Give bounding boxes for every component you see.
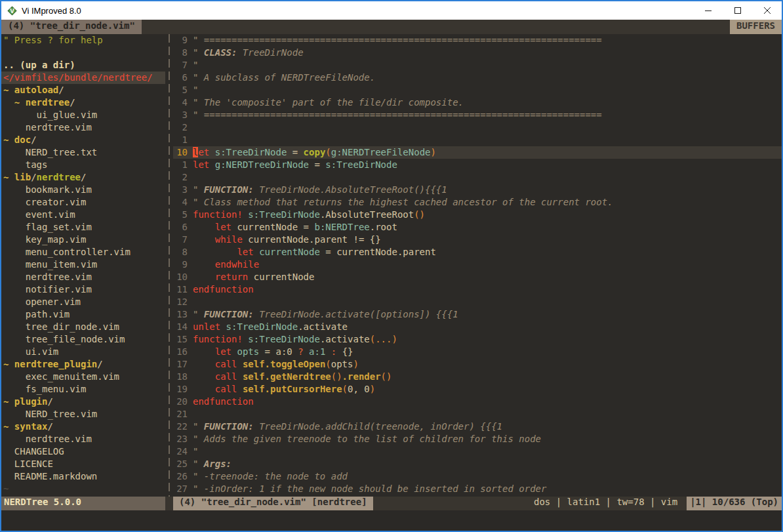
code-line[interactable]: 7" [173, 59, 782, 72]
code-line[interactable]: 18 call self.getNerdtree().render() [173, 371, 782, 383]
tree-row[interactable]: nerdtree.vim [3, 121, 165, 134]
tree-row[interactable]: exec_menuitem.vim [3, 371, 165, 383]
tree-row[interactable]: flag_set.vim [3, 221, 165, 234]
tree-row[interactable]: NERD_tree.vim [3, 408, 165, 420]
tree-row[interactable]: .. (up a dir) [3, 59, 165, 72]
code-line[interactable]: 17 call self.toggleOpen(opts) [173, 358, 782, 371]
code-line[interactable]: 27" -inOrder: 1 if the new node should b… [173, 483, 782, 495]
token: ~ nerdtree_plugin [3, 359, 97, 369]
tree-row[interactable]: opener.vim [3, 296, 165, 308]
close-button[interactable] [752, 1, 782, 20]
code-line[interactable]: 23" Adds the given treenode to the list … [173, 433, 782, 445]
tree-row[interactable]: menu_item.vim [3, 258, 165, 271]
window-separator[interactable] [165, 34, 173, 497]
code-line[interactable]: 25" Args: [173, 458, 782, 470]
code-line[interactable]: 1let g:NERDTreeDirNode = s:TreeDirNode [173, 159, 782, 171]
code-line[interactable]: 14unlet s:TreeDirNode.activate [173, 321, 782, 333]
code-line[interactable]: 24" [173, 445, 782, 458]
token: / [70, 97, 75, 108]
code-line[interactable]: 6" A subclass of NERDTreeFileNode. [173, 72, 782, 84]
tree-row[interactable]: nerdtree.vim [3, 433, 165, 445]
code-line[interactable]: 12 [173, 296, 782, 308]
code-line[interactable]: 3" FUNCTION: TreeDirNode.AbsoluteTreeRoo… [173, 184, 782, 196]
code-line[interactable]: 22" FUNCTION: TreeDirNode.addChild(treen… [173, 420, 782, 433]
code-line[interactable]: 10 return currentNode [173, 271, 782, 283]
code-line[interactable]: 13" FUNCTION: TreeDirNode.activate([opti… [173, 308, 782, 321]
token [3, 97, 14, 108]
tree-row[interactable]: README.markdown [3, 470, 165, 483]
token: opts [237, 346, 259, 357]
code-line[interactable]: 9" =====================================… [173, 34, 782, 47]
tree-row[interactable]: bookmark.vim [3, 184, 165, 196]
code-line[interactable]: 21 [173, 408, 782, 420]
code-text: " Args: [193, 458, 231, 470]
tree-row[interactable]: fs_menu.vim [3, 383, 165, 396]
tree-row[interactable]: event.vim [3, 209, 165, 221]
tree-row[interactable]: ui_glue.vim [3, 109, 165, 121]
tree-row[interactable]: path.vim [3, 308, 165, 321]
code-line[interactable]: 26" -treenode: the node to add [173, 470, 782, 483]
code-line[interactable]: 8" CLASS: TreeDirNode [173, 47, 782, 59]
maximize-button[interactable] [723, 1, 752, 20]
code-line[interactable]: 4" The 'composite' part of the file/dir … [173, 96, 782, 109]
tree-row[interactable]: notifier.vim [3, 283, 165, 296]
code-text: call self.putCursorHere(0, 0) [193, 383, 375, 396]
tree-row[interactable]: ~ autoload/ [3, 84, 165, 96]
line-number: 27 [173, 483, 193, 495]
token: TreeDirNode [237, 47, 303, 58]
code-line[interactable]: 3" =====================================… [173, 109, 782, 121]
tree-row[interactable]: ~ syntax/ [3, 420, 165, 433]
tree-row[interactable]: menu_controller.vim [3, 246, 165, 258]
tree-row[interactable]: ~ plugin/ [3, 396, 165, 408]
command-line[interactable] [1, 510, 782, 531]
tree-row[interactable]: nerdtree.vim [3, 271, 165, 283]
code-line[interactable]: 1 [173, 134, 782, 146]
code-line[interactable]: 5" [173, 84, 782, 96]
tree-row[interactable]: key_map.vim [3, 234, 165, 246]
code-line-current[interactable]: 10let s:TreeDirNode = copy(g:NERDTreeFil… [173, 146, 782, 159]
code-line[interactable]: 2 [173, 121, 782, 134]
tree-row[interactable]: ~ doc/ [3, 134, 165, 146]
tree-row[interactable]: ~ nerdtree_plugin/ [3, 358, 165, 371]
line-number: 1 [173, 134, 193, 146]
tree-row[interactable]: " Press ? for help [3, 34, 165, 47]
code-line[interactable]: 4" Class method that returns the highest… [173, 196, 782, 209]
tree-row[interactable]: ~ nerdtree/ [3, 96, 165, 109]
code-line[interactable]: 5function! s:TreeDirNode.AbsoluteTreeRoo… [173, 209, 782, 221]
tree-row[interactable]: ui.vim [3, 346, 165, 358]
token: currentNode [259, 247, 320, 257]
code-text: " ======================================… [193, 34, 602, 47]
tree-row[interactable] [3, 47, 165, 59]
token: (...) [370, 334, 397, 344]
code-line[interactable]: 9 endwhile [173, 258, 782, 271]
code-line[interactable]: 7 while currentNode.parent != {} [173, 234, 782, 246]
code-line[interactable]: 20endfunction [173, 396, 782, 408]
token [209, 147, 214, 157]
code-text: endfunction [193, 283, 254, 296]
tab-current-buffer[interactable]: (4) "tree_dir_node.vim" [1, 20, 142, 34]
tree-row[interactable]: CHANGELOG [3, 445, 165, 458]
code-line[interactable]: 15function! s:TreeDirNode.activate(...) [173, 333, 782, 346]
token: s:TreeDirNode [248, 209, 320, 220]
tree-row[interactable]: tree_dir_node.vim [3, 321, 165, 333]
line-number: 17 [173, 358, 193, 371]
token: currentNode = [231, 222, 314, 232]
code-line[interactable]: 6 let currentNode = b:NERDTree.root [173, 221, 782, 234]
tree-row[interactable]: ~ lib/nerdtree/ [3, 171, 165, 184]
code-line[interactable]: 19 call self.putCursorHere(0, 0) [173, 383, 782, 396]
buffers-label[interactable]: BUFFERS [730, 20, 782, 34]
tree-row[interactable]: creator.vim [3, 196, 165, 209]
token: = [309, 159, 325, 170]
tree-row[interactable]: tags [3, 159, 165, 171]
token: function! [193, 334, 243, 344]
tree-row[interactable]: tree_file_node.vim [3, 333, 165, 346]
tree-root-row[interactable]: </vimfiles/bundle/nerdtree/ [1, 72, 165, 84]
code-line[interactable]: 16 let opts = a:0 ? a:1 : {} [173, 346, 782, 358]
tree-row[interactable]: LICENCE [3, 458, 165, 470]
minimize-button[interactable] [693, 1, 723, 20]
tree-row[interactable]: ~ [3, 483, 165, 495]
code-line[interactable]: 8 let currentNode = currentNode.parent [173, 246, 782, 258]
code-line[interactable]: 11endfunction [173, 283, 782, 296]
tree-row[interactable]: NERD_tree.txt [3, 146, 165, 159]
code-line[interactable]: 2 [173, 171, 782, 184]
